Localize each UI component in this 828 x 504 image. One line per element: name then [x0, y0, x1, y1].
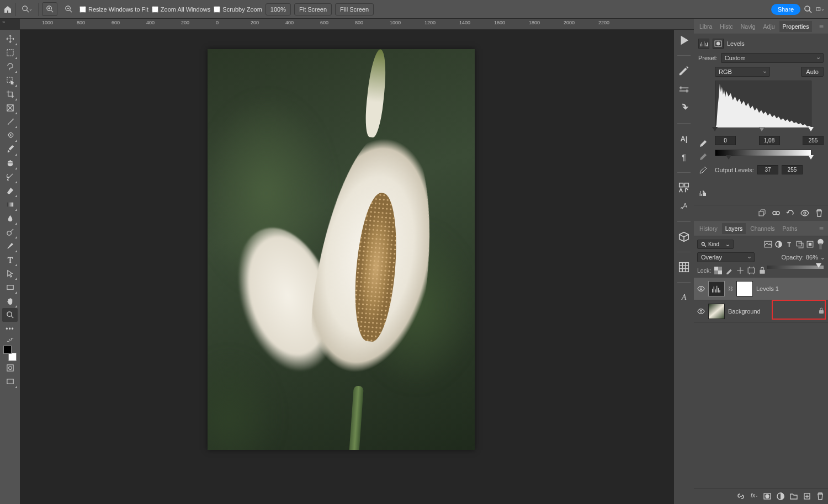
mask-thumb[interactable] [736, 281, 753, 296]
layer-kind-select[interactable]: Kind⌄ [697, 240, 734, 249]
out-shadow-handle[interactable] [726, 155, 731, 160]
lock-position-icon[interactable] [736, 267, 744, 274]
levels-histogram[interactable] [715, 81, 811, 128]
paragraph-panel-icon[interactable]: ¶ [678, 151, 690, 163]
link-layers-icon[interactable] [736, 492, 745, 501]
clone-source-icon[interactable] [678, 102, 690, 114]
add-mask-icon[interactable] [763, 492, 772, 501]
filter-smart-icon[interactable] [806, 240, 814, 248]
fx-icon[interactable]: fx˅ [750, 492, 758, 501]
out-high-input[interactable] [782, 165, 803, 174]
rectangle-tool-icon[interactable] [2, 280, 18, 294]
type-tool-icon[interactable] [2, 253, 18, 267]
lock-artboard-icon[interactable] [747, 267, 755, 274]
tab-properties[interactable]: Properties [779, 21, 813, 32]
eye-icon[interactable] [697, 285, 705, 293]
input-sliders[interactable] [715, 128, 811, 134]
history-brush-tool-icon[interactable] [2, 170, 18, 184]
layer-name[interactable]: Levels 1 [756, 285, 779, 292]
search-icon[interactable] [804, 5, 813, 14]
swap-colors-icon[interactable] [2, 336, 18, 343]
opacity-slider-handle[interactable] [816, 263, 821, 268]
document-canvas[interactable] [208, 49, 475, 450]
link-icon[interactable]: ⛓ [728, 286, 733, 291]
tab-channels[interactable]: Channels [747, 223, 778, 234]
zoom-in-icon[interactable] [42, 2, 57, 16]
scrubby-zoom-check[interactable]: Scrubby Zoom [214, 6, 262, 13]
share-button[interactable]: Share [771, 4, 800, 15]
object-select-tool-icon[interactable] [2, 73, 18, 87]
zoom-all-windows-check[interactable]: Zoom All Windows [152, 6, 210, 13]
auto-button[interactable]: Auto [801, 67, 824, 77]
channel-select[interactable]: RGB [715, 67, 770, 77]
filter-toggle-icon[interactable] [816, 240, 825, 248]
eraser-tool-icon[interactable] [2, 184, 18, 198]
out-low-input[interactable] [757, 165, 778, 174]
fill-screen-button[interactable]: Fill Screen [335, 3, 374, 15]
lock-trans-icon[interactable] [714, 267, 722, 274]
glyphs-icon[interactable] [678, 182, 690, 194]
brush-settings-icon[interactable] [678, 83, 690, 96]
filter-type-icon[interactable]: T [785, 240, 793, 248]
layer-row-levels[interactable]: ⛓ Levels 1 [694, 278, 828, 300]
workspace-icon[interactable]: ⌄ [816, 5, 825, 14]
color-swatches[interactable] [2, 346, 18, 361]
char-styles-icon[interactable]: aA [678, 200, 690, 213]
new-adj-icon[interactable] [776, 492, 785, 501]
clip-to-layer-icon[interactable] [757, 209, 766, 217]
dodge-tool-icon[interactable] [2, 225, 18, 239]
opacity-value[interactable]: 86% [806, 254, 818, 261]
delete-adj-icon[interactable] [815, 209, 824, 217]
marquee-tool-icon[interactable] [2, 46, 18, 60]
screenmode-icon[interactable] [2, 375, 18, 389]
output-sliders[interactable] [715, 156, 811, 162]
tab-libraries[interactable]: Libra [696, 21, 715, 32]
pen-tool-icon[interactable] [2, 239, 18, 253]
view-previous-icon[interactable] [772, 209, 781, 217]
canvas-area[interactable] [20, 30, 694, 504]
lock-all-icon[interactable] [758, 267, 766, 274]
panel-menu-icon[interactable]: ≡ [817, 22, 826, 31]
adj-thumb[interactable] [708, 281, 725, 296]
shadow-handle[interactable] [712, 127, 718, 131]
quickmask-icon[interactable] [2, 361, 18, 375]
layers-menu-icon[interactable]: ≡ [817, 224, 826, 233]
gray-point-picker-icon[interactable] [698, 153, 707, 162]
preset-select[interactable]: Custom [721, 53, 824, 63]
crop-tool-icon[interactable] [2, 87, 18, 101]
type-style-icon[interactable]: A [678, 291, 690, 304]
blur-tool-icon[interactable] [2, 211, 18, 225]
healing-brush-tool-icon[interactable] [2, 129, 18, 142]
tab-adjustments[interactable]: Adju [760, 21, 778, 32]
filter-adj-icon[interactable] [774, 240, 783, 248]
visibility-icon[interactable] [800, 209, 809, 217]
3d-icon[interactable] [678, 231, 690, 243]
new-layer-icon[interactable] [803, 492, 811, 501]
levels-clip-icon[interactable] [698, 189, 707, 198]
collapse-left-icon[interactable]: » [2, 19, 5, 25]
filter-pixel-icon[interactable] [764, 240, 772, 248]
fit-screen-button[interactable]: Fit Screen [294, 3, 332, 15]
zoom-tool-icon[interactable] [2, 308, 18, 322]
lasso-tool-icon[interactable] [2, 60, 18, 73]
zoom-out-icon[interactable] [61, 2, 76, 16]
move-tool-icon[interactable] [2, 32, 18, 46]
highlight-handle[interactable] [808, 127, 814, 131]
white-point-picker-icon[interactable] [698, 167, 707, 176]
shadow-input[interactable] [715, 136, 736, 145]
out-highlight-handle[interactable] [808, 155, 814, 160]
mid-input[interactable] [759, 136, 780, 145]
reset-icon[interactable] [786, 209, 795, 217]
eye-icon[interactable] [697, 307, 705, 315]
brush-preset-icon[interactable] [678, 65, 690, 77]
home-icon[interactable] [3, 5, 12, 14]
grid-icon[interactable] [678, 261, 690, 273]
eyedropper-tool-icon[interactable] [2, 115, 18, 129]
layer-name[interactable]: Background [728, 308, 761, 315]
tab-histogram[interactable]: Histc [716, 21, 736, 32]
zoom-percent-button[interactable]: 100% [266, 3, 291, 15]
gradient-tool-icon[interactable] [2, 198, 18, 211]
layer-thumb[interactable] [708, 304, 725, 319]
resize-windows-check[interactable]: Resize Windows to Fit [79, 6, 148, 13]
path-select-tool-icon[interactable] [2, 267, 18, 280]
